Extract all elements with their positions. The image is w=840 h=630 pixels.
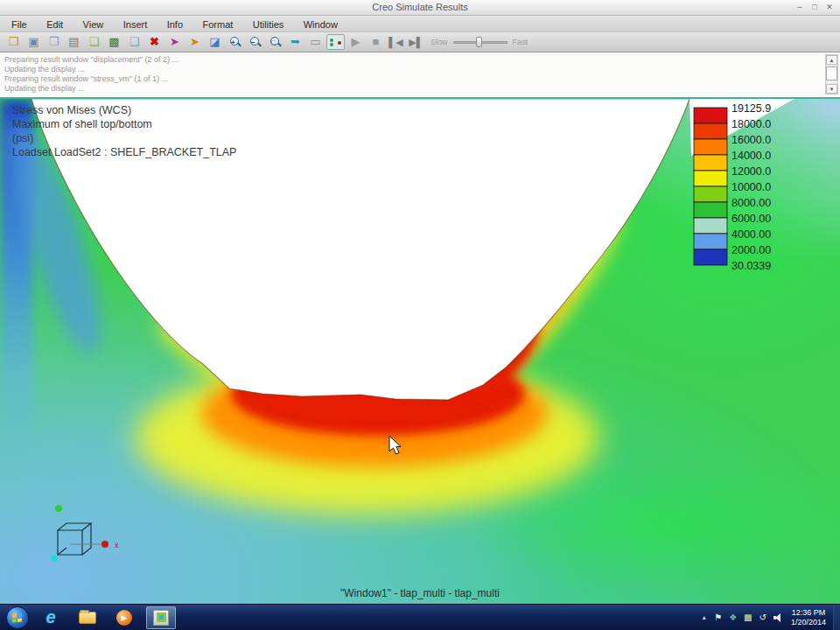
x-axis-dot [102, 541, 108, 548]
taskbar: e ▶ ▲ ⚑ ❖ ▩ ↺ 12:36 PM 1/20/2014 [0, 604, 840, 630]
paste-icon[interactable]: ❏ [85, 34, 103, 50]
legend-segment [694, 108, 727, 123]
legend-value: 14000.0 [732, 150, 771, 162]
start-button[interactable] [6, 606, 29, 629]
taskbar-clock[interactable]: 12:36 PM 1/20/2014 [791, 608, 826, 627]
legend-segment [694, 234, 727, 249]
export-icon[interactable]: ▩ [105, 34, 123, 50]
security-icon[interactable]: ▩ [744, 605, 752, 630]
animate-trace-icon[interactable] [326, 34, 345, 50]
window-icon[interactable]: ▭ [306, 34, 325, 50]
legend-segment [694, 139, 727, 155]
hidden-icons-icon[interactable]: ▲ [701, 605, 707, 630]
results-viewport[interactable]: 19125.9 18000.0 16000.0 14000.0 12000.0 … [0, 99, 840, 604]
show-desktop-button[interactable] [833, 605, 840, 630]
y-axis-dot [55, 505, 62, 512]
result-prev-icon[interactable]: ➤ [165, 34, 184, 50]
sync-icon[interactable]: ↺ [760, 605, 766, 630]
result-next-icon[interactable]: ➤ [186, 34, 204, 50]
window-label: "Window1" - tlap_multi - tlap_multi [340, 587, 500, 599]
zoom-box-icon[interactable]: □ [266, 34, 284, 50]
legend-segment [694, 186, 727, 202]
action-center-flag-icon[interactable]: ⚑ [714, 605, 722, 630]
slider-thumb[interactable] [476, 37, 482, 47]
legend-value: 16000.0 [732, 134, 771, 146]
file-explorer-icon[interactable] [73, 606, 102, 629]
message-line: Updating the display ... [4, 65, 840, 74]
legend-segment [694, 218, 727, 234]
scroll-down-icon[interactable]: ▼ [826, 84, 837, 94]
toolbar: ❒ ▣ ❐ ▤ ❏ ▩ ❑ ✖ ➤ ➤ ◪ + − □ ➥ ▭ ▶ ■ ▌◀ ▶… [0, 32, 840, 52]
volume-icon[interactable] [774, 613, 782, 622]
fast-label: Fast [513, 38, 528, 46]
annotation-line: Maximum of shell top/bottom [12, 118, 152, 130]
legend-value: 8000.00 [732, 197, 771, 209]
system-tray: ▲ ⚑ ❖ ▩ ↺ 12:36 PM 1/20/2014 [697, 605, 840, 630]
creo-app-icon[interactable] [146, 606, 176, 629]
copy-window-icon[interactable]: ❐ [45, 34, 63, 50]
scroll-thumb[interactable] [826, 66, 837, 80]
message-scrollbar[interactable]: ▲ ▼ [825, 54, 838, 94]
legend-value: 19125.9 [732, 102, 771, 115]
flip-view-icon[interactable]: ➥ [286, 34, 304, 50]
maximize-icon[interactable]: □ [808, 2, 822, 13]
legend-value: 2000.00 [732, 244, 771, 256]
legend-value: 12000.0 [732, 165, 771, 178]
legend-segment [694, 249, 727, 265]
delete-icon[interactable]: ✖ [145, 34, 164, 50]
window-title: Creo Simulate Results [0, 2, 840, 12]
windows-logo-icon [12, 612, 23, 623]
title-bar: Creo Simulate Results – □ ✕ [0, 0, 840, 16]
scroll-up-icon[interactable]: ▲ [826, 55, 837, 65]
legend-segment [694, 123, 727, 139]
legend-colorbar [694, 108, 727, 265]
zoom-out-icon[interactable]: − [246, 34, 264, 50]
annotation-line: (psi) [12, 132, 33, 144]
clock-date: 1/20/2014 [791, 618, 826, 627]
slow-label: Slow [430, 38, 448, 46]
minimize-icon[interactable]: – [793, 2, 807, 13]
stop-icon[interactable]: ■ [367, 34, 385, 50]
legend-value: 10000.0 [732, 181, 771, 193]
internet-explorer-icon[interactable]: e [36, 606, 66, 629]
menu-bar: File Edit View Insert Info Format Utilit… [0, 16, 840, 32]
step-forward-icon[interactable]: ▶▌ [407, 34, 425, 50]
fea-canvas[interactable]: 19125.9 18000.0 16000.0 14000.0 12000.0 … [0, 99, 840, 604]
legend-value: 4000.00 [732, 228, 771, 241]
step-back-icon[interactable]: ▌◀ [387, 34, 405, 50]
speed-slider[interactable] [453, 37, 508, 47]
copy-icon[interactable]: ❑ [125, 34, 144, 50]
play-icon[interactable]: ▶ [346, 34, 365, 50]
annotation-line: Stress von Mises (WCS) [12, 104, 131, 116]
annotation-line: Loadset LoadSet2 : SHELF_BRACKET_TLAP [12, 146, 236, 158]
message-line: Preparing result window "displacement" (… [4, 55, 840, 65]
message-log: Preparing result window "displacement" (… [0, 52, 840, 99]
legend-segment [694, 155, 727, 171]
x-axis-label: x [115, 541, 119, 550]
legend-segment [694, 171, 727, 186]
legend-value: 18000.0 [732, 118, 771, 130]
legend-value: 6000.00 [732, 213, 771, 225]
legend-value: 30.0339 [732, 260, 771, 272]
display-icon[interactable]: ◪ [206, 34, 224, 50]
message-line: Updating the display ... [4, 84, 840, 94]
legend: 19125.9 18000.0 16000.0 14000.0 12000.0 … [694, 102, 771, 272]
clock-time: 12:36 PM [791, 608, 826, 618]
media-player-icon[interactable]: ▶ [109, 606, 139, 629]
legend-segment [694, 202, 727, 218]
network-icon[interactable]: ❖ [729, 605, 737, 630]
open-folder-icon[interactable]: ❒ [4, 34, 23, 50]
zoom-in-icon[interactable]: + [226, 34, 244, 50]
print-icon[interactable]: ▤ [65, 34, 83, 50]
message-line: Preparing result window "stress_vm" (1 o… [4, 74, 840, 84]
z-axis-dot [51, 555, 58, 562]
save-icon[interactable]: ▣ [24, 34, 43, 50]
screen: Creo Simulate Results – □ ✕ File Edit Vi… [0, 0, 840, 630]
close-icon[interactable]: ✕ [822, 2, 836, 13]
